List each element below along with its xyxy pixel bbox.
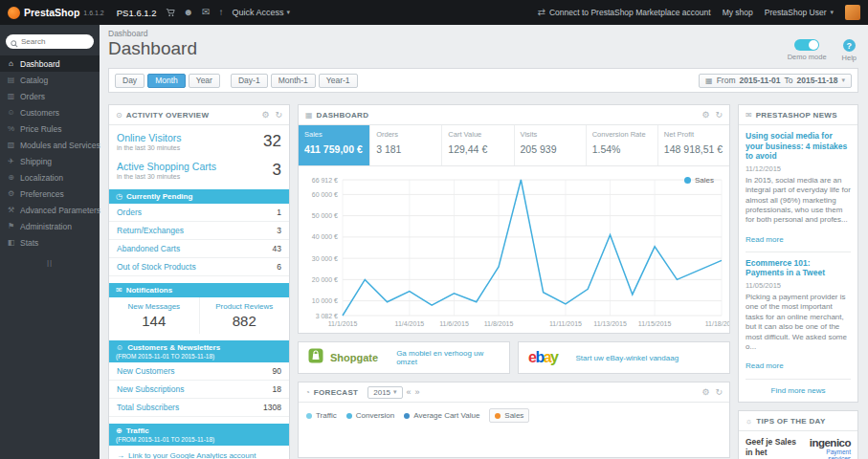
sidebar-item-preferences[interactable]: ⚙Preferences	[0, 186, 100, 202]
year-select[interactable]: 2015 ▾	[367, 386, 402, 399]
sidebar-item-localization[interactable]: ⊕Localization	[0, 169, 100, 186]
news-article-date: 11/05/2015	[746, 281, 851, 290]
forecast-legend-traffic[interactable]: Traffic	[306, 411, 337, 420]
user-menu[interactable]: PrestaShop User ▾	[765, 8, 834, 17]
gear-icon[interactable]: ⚙	[261, 110, 269, 120]
kpi-sales[interactable]: Sales 411 759,00 €	[299, 125, 370, 165]
quick-access-button[interactable]: Quick Access ▾	[232, 8, 290, 17]
forecast-legend-sales[interactable]: Sales	[489, 408, 529, 423]
new-customers-link[interactable]: New Customers	[117, 366, 174, 376]
demo-mode-toggle[interactable]	[794, 39, 819, 51]
prev-year-button[interactable]: «	[407, 387, 412, 397]
google-analytics-link[interactable]: → Link to your Google Analytics account	[109, 446, 289, 459]
sidebar-item-stats[interactable]: ◧Stats	[0, 234, 100, 251]
kpi-value: 411 759,00 €	[304, 143, 364, 155]
kpi-conversion-rate[interactable]: Conversion Rate 1.54%	[587, 125, 658, 165]
pending-returns-value: 3	[277, 226, 281, 235]
forecast-legend-average-cart-value[interactable]: Average Cart Value	[404, 411, 479, 420]
read-more-link[interactable]: Read more	[746, 361, 784, 370]
range-month-1-button[interactable]: Month-1	[271, 74, 316, 88]
sidebar-item-customers[interactable]: ☺Customers	[0, 104, 100, 120]
sidebar-item-label: Price Rules	[20, 124, 61, 134]
total-subscribers-link[interactable]: Total Subscribers	[117, 403, 179, 412]
next-year-button[interactable]: »	[415, 387, 420, 397]
kpi-net-profit[interactable]: Net Profit 148 918,51 €	[658, 125, 729, 165]
clock-icon: ◷	[116, 192, 122, 201]
demo-mode-control: Demo mode	[788, 39, 827, 61]
refresh-icon[interactable]: ↻	[715, 387, 723, 397]
range-year-1-button[interactable]: Year-1	[319, 74, 358, 88]
year-value: 2015	[373, 388, 390, 397]
section-title: Customers & Newsletters	[127, 343, 220, 352]
range-month-button[interactable]: Month	[147, 74, 186, 88]
activity-overview-panel: ⊙ ACTIVITY OVERVIEW ⚙ ↻ Online Visitors …	[108, 104, 290, 459]
activity-panel-title: ACTIVITY OVERVIEW	[126, 111, 210, 120]
news-article: Using social media for your business: 4 …	[746, 131, 851, 246]
sidebar-item-advanced-parameters[interactable]: ⚒Advanced Parameters	[0, 202, 100, 218]
legend-dot-icon	[306, 413, 312, 419]
active-carts-sub: in the last 30 minutes	[117, 173, 216, 180]
refresh-icon[interactable]: ↻	[275, 110, 282, 120]
out-of-stock-value: 6	[277, 262, 281, 272]
svg-text:3 082 €: 3 082 €	[316, 313, 338, 319]
sidebar-item-catalog[interactable]: ▤Catalog	[0, 72, 100, 88]
kpi-orders[interactable]: Orders 3 181	[370, 125, 442, 165]
online-visitors-link[interactable]: Online Visitors	[117, 132, 182, 143]
arrow-up-icon[interactable]: ↑	[218, 8, 223, 17]
sidebar-item-label: Modules and Services	[20, 141, 100, 150]
sidebar-item-dashboard[interactable]: ⌂Dashboard	[0, 55, 100, 72]
sidebar-item-label: Preferences	[20, 189, 64, 199]
cart-icon[interactable]	[166, 8, 175, 17]
user-avatar[interactable]	[845, 5, 860, 20]
customers-row: New Subscriptions18	[109, 381, 289, 399]
person-icon[interactable]: ☻	[184, 8, 194, 17]
user-name: PrestaShop User	[765, 8, 827, 17]
out-of-stock-link[interactable]: Out of Stock Products	[117, 262, 196, 272]
new-messages-cell[interactable]: New Messages 144	[109, 297, 200, 334]
chart-legend-sales[interactable]: Sales	[684, 176, 714, 185]
gear-icon[interactable]: ⚙	[701, 110, 709, 120]
kpi-visits[interactable]: Visits 205 939	[515, 125, 587, 165]
envelope-icon: ✉	[116, 286, 122, 295]
my-shop-link[interactable]: My shop	[723, 8, 753, 17]
shopgate-link[interactable]: Ga mobiel en verhoog uw omzet	[396, 349, 500, 366]
date-range-picker[interactable]: ▦ From 2015-11-01 To 2015-11-18 ▾	[699, 74, 852, 88]
range-day-1-button[interactable]: Day-1	[231, 74, 268, 88]
shop-name-link[interactable]: PS1.6.1.2	[117, 8, 157, 18]
product-reviews-cell[interactable]: Product Reviews 882	[200, 297, 290, 334]
ebay-link[interactable]: Start uw eBay-winkel vandaag	[576, 354, 679, 362]
envelope-icon[interactable]: ✉	[202, 8, 210, 17]
abandoned-carts-link[interactable]: Abandoned Carts	[117, 244, 180, 253]
sidebar-item-label: Catalog	[20, 76, 48, 85]
pending-orders-link[interactable]: Orders	[117, 208, 142, 217]
marketplace-link[interactable]: ⇄ Connect to PrestaShop Marketplace acco…	[538, 8, 711, 17]
kpi-label: Visits	[521, 130, 580, 139]
news-article-link[interactable]: Ecommerce 101: Payments in a Tweet	[746, 258, 851, 278]
sidebar-item-modules[interactable]: ▧Modules and Services	[0, 137, 100, 153]
search-input[interactable]	[6, 34, 94, 49]
refresh-icon[interactable]: ↻	[715, 110, 723, 120]
promo-modules: Shopgate Ga mobiel en verhoog uw omzet e…	[298, 341, 730, 374]
find-more-news-link[interactable]: Find more news	[746, 379, 851, 402]
gear-icon[interactable]: ⚙	[701, 387, 709, 397]
help-control: ? Help	[842, 39, 857, 62]
legend-label: Sales	[504, 411, 523, 420]
new-subscriptions-link[interactable]: New Subscriptions	[117, 384, 184, 394]
range-year-button[interactable]: Year	[189, 74, 220, 88]
active-carts-link[interactable]: Active Shopping Carts	[117, 161, 216, 172]
sidebar-item-label: Shipping	[20, 157, 52, 166]
forecast-legend-conversion[interactable]: Conversion	[346, 411, 394, 420]
sidebar-item-orders[interactable]: ▥Orders	[0, 88, 100, 104]
pending-returns-link[interactable]: Return/Exchanges	[117, 226, 184, 235]
read-more-link[interactable]: Read more	[746, 235, 784, 244]
collapse-sidebar-button[interactable]: ||	[0, 258, 100, 267]
prestashop-brand[interactable]: PrestaShop 1.6.1.2	[8, 7, 104, 19]
news-article-link[interactable]: Using social media for your business: 4 …	[746, 131, 851, 162]
help-icon[interactable]: ?	[843, 39, 856, 52]
sidebar-item-label: Stats	[20, 238, 38, 248]
sidebar-item-administration[interactable]: ⚑Administration	[0, 218, 100, 234]
kpi-cart-value[interactable]: Cart Value 129,44 €	[442, 125, 514, 165]
sidebar-item-shipping[interactable]: ✈Shipping	[0, 153, 100, 169]
range-day-button[interactable]: Day	[115, 74, 145, 88]
sidebar-item-price-rules[interactable]: %Price Rules	[0, 120, 100, 137]
